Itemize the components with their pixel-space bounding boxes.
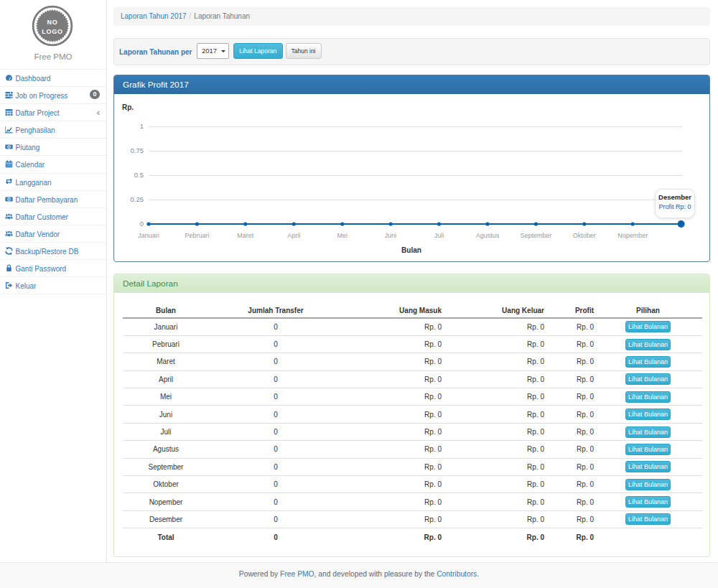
svg-text:LOGO: LOGO [42, 28, 63, 35]
svg-text:NO: NO [47, 19, 57, 26]
